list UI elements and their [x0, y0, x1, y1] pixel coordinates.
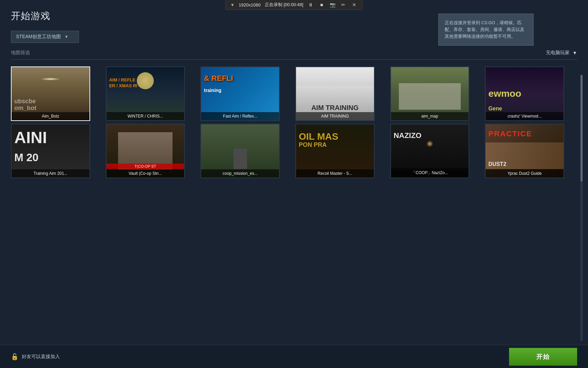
player-filter-dropdown[interactable]: 无电脑玩家 ▼ [546, 50, 577, 56]
player-filter-label: 无电脑玩家 [546, 50, 570, 56]
map-card-aim-botz[interactable]: ubscbeom_bot Aim_Botz [11, 66, 90, 121]
coop-mission-label: coop_mission_es... [201, 169, 279, 178]
nazizo-label: 「COOP」NaziZo... [391, 168, 469, 178]
crashz-overlay: ewmoo [488, 88, 521, 99]
coop-mech [233, 149, 247, 169]
training-aim-big-text: AINI [14, 129, 47, 146]
recoil-sub: PON PRA [299, 141, 327, 149]
crashz-sub: Gene [488, 106, 502, 112]
screenshot-button[interactable]: 📷 [329, 1, 336, 8]
map-type-label: STEAM创意工坊地图 [16, 34, 61, 40]
map-card-vault[interactable]: T(CO-OP ST Vault (Co-op Stri... [106, 124, 185, 178]
aim-map-structure [399, 83, 461, 110]
winter-label: WINTER / CHRIS... [107, 112, 184, 120]
aim-map-label: aim_map [391, 112, 469, 120]
fast-aim-overlay: & REFLI [204, 74, 233, 83]
map-card-fast-aim[interactable]: & REFLI training Fast Aim / Reflex... [200, 66, 280, 121]
map-type-dropdown[interactable]: STEAM创意工坊地图 ▼ [11, 31, 79, 43]
notification-popup: 正在连接并登录到 CS:GO，请稍候。匹配、库存、套装、房间、邀请、商店以及其他… [438, 14, 534, 46]
recoil-gold-text: OIL MAS [299, 131, 338, 142]
map-card-training-aim[interactable]: AINI M 20 Training Aim 201... [11, 124, 90, 178]
yprac-dust-text: DUST2 [488, 161, 506, 167]
aim-training-text: AIM TRAINING [299, 104, 371, 112]
close-recording-button[interactable]: ✕ [351, 1, 358, 8]
resolution-display: 1920x1080 [239, 2, 261, 7]
recoil-label: Recoil Master - S... [296, 169, 374, 178]
fast-aim-label: Fast Aim / Reflex... [201, 112, 279, 120]
map-type-chevron: ▼ [64, 34, 68, 39]
edit-button[interactable]: ✏ [340, 1, 347, 8]
stop-button[interactable]: ■ [318, 1, 325, 8]
recording-status: 正在录制 [00:00:48] [265, 2, 303, 8]
friends-join-section: 🔓 好友可以直接加入 [11, 353, 60, 361]
filter-label: 地图筛选 [11, 50, 30, 56]
crashz-label: crashz' Viewmod... [486, 112, 564, 120]
training-aim-label: Training Aim 201... [12, 169, 89, 178]
nazizo-light [426, 140, 433, 147]
pause-button[interactable]: ⏸ [307, 1, 314, 8]
aim-botz-label: Aim_Botz [12, 112, 89, 120]
scrollbar-track[interactable] [581, 75, 583, 341]
main-content: 开始游戏 STEAM创意工坊地图 ▼ 地图筛选 无电脑玩家 ▼ ubscbeom… [0, 0, 588, 368]
lock-icon[interactable]: 🔓 [11, 353, 18, 361]
friends-join-text: 好友可以直接加入 [22, 354, 60, 360]
player-filter-chevron: ▼ [572, 50, 577, 56]
aim-training-label: AIM TRAINING [296, 112, 374, 120]
map-card-winter[interactable]: AIM / REFLEER / XMAS RI WINTER / CHRIS..… [106, 66, 185, 121]
map-card-yprac[interactable]: PRACTICE DUST2 Yprac Dust2 Guide [485, 124, 564, 178]
resolution-chevron[interactable]: ▼ [230, 2, 235, 7]
map-card-aim-map[interactable]: aim_map [390, 66, 470, 121]
map-card-recoil[interactable]: OIL MAS PON PRA Recoil Master - S... [295, 124, 375, 178]
winter-moon [137, 72, 154, 89]
fast-aim-sub: training [204, 88, 221, 93]
map-card-aim-training[interactable]: AIM TRAINING AIM TRAINING [295, 66, 375, 121]
map-grid-row-2: AINI M 20 Training Aim 201... T(CO-OP ST… [11, 124, 577, 178]
map-grid-row-1: ubscbeom_bot Aim_Botz AIM / REFLEER / XM… [11, 66, 577, 121]
nazizo-text: NAZIZO [394, 131, 422, 140]
vault-coop-badge: T(CO-OP ST [107, 164, 184, 169]
map-card-coop-mission[interactable]: coop_mission_es... [200, 124, 280, 178]
vault-label: Vault (Co-op Stri... [107, 169, 184, 178]
recording-bar: ▼ 1920x1080 正在录制 [00:00:48] ⏸ ■ 📷 ✏ ✕ [225, 0, 363, 10]
scrollbar-thumb[interactable] [581, 75, 583, 181]
start-button[interactable]: 开始 [509, 348, 577, 366]
yprac-label: Yprac Dust2 Guide [486, 169, 564, 178]
winter-overlay-text: AIM / REFLEER / XMAS RI [109, 77, 137, 89]
filter-row: 地图筛选 无电脑玩家 ▼ [11, 50, 577, 60]
yprac-prac-text: PRACTICE [488, 129, 561, 138]
aim-botz-bg-text: ubscbeom_bot [14, 98, 36, 112]
bottom-bar: 🔓 好友可以直接加入 开始 [0, 345, 588, 368]
map-card-nazizo[interactable]: NAZIZO 「COOP」NaziZo... [390, 124, 470, 178]
map-card-crashz[interactable]: ewmoo Gene crashz' Viewmod... [485, 66, 564, 121]
training-aim-sub: M 20 [14, 151, 38, 164]
map-grid: ubscbeom_bot Aim_Botz AIM / REFLEER / XM… [11, 66, 577, 178]
notification-text: 正在连接并登录到 CS:GO，请稍候。匹配、库存、套装、房间、邀请、商店以及其他… [445, 20, 524, 39]
